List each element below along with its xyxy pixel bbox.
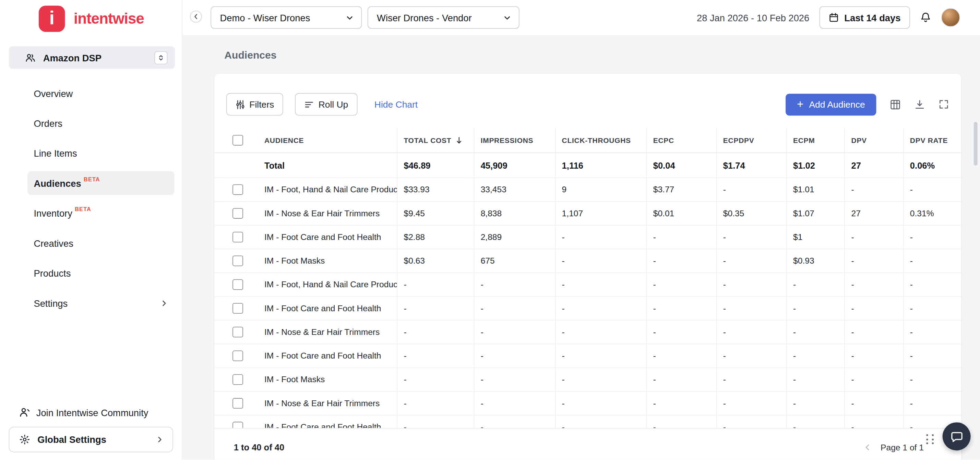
join-community-link[interactable]: Join Intentwise Community [9, 400, 173, 427]
drag-handle-icon[interactable] [926, 434, 936, 446]
sidebar-item-label: Creatives [33, 238, 73, 249]
sidebar-item-orders[interactable]: Orders [27, 111, 174, 135]
sidebar: i intentwise Amazon DSP Overview Orders … [0, 0, 183, 460]
download-button[interactable] [915, 99, 925, 110]
row-checkbox[interactable] [232, 208, 243, 219]
impressions-cell: 675 [474, 249, 555, 272]
scrollbar-thumb[interactable] [974, 122, 978, 165]
sidebar-item-line-items[interactable]: Line Items [27, 141, 174, 165]
hide-chart-link[interactable]: Hide Chart [374, 99, 418, 109]
header-click-throughs[interactable]: CLICK-THROUGHS [555, 128, 647, 152]
add-audience-button[interactable]: + Add Audience [786, 93, 876, 115]
sidebar-item-inventory[interactable]: Inventory BETA [27, 201, 174, 225]
row-checkbox[interactable] [232, 374, 243, 385]
header-label: CLICK-THROUGHS [562, 136, 631, 144]
audience-cell: IM - Foot Care and Foot Health [254, 297, 398, 320]
header-impressions[interactable]: IMPRESSIONS [474, 128, 555, 152]
sidebar-bottom: Join Intentwise Community Global Setting… [0, 400, 182, 460]
sidebar-item-creatives[interactable]: Creatives [27, 231, 174, 255]
section-switcher-button[interactable] [154, 51, 167, 64]
row-checkbox-cell [214, 344, 254, 367]
row-checkbox[interactable] [232, 232, 243, 242]
row-checkbox[interactable] [232, 351, 243, 361]
ecpm-cell: $1 [787, 225, 845, 249]
profile-dropdown[interactable]: Wiser Drones - Vendor [368, 6, 520, 29]
notifications-button[interactable] [920, 12, 931, 23]
sidebar-item-settings[interactable]: Settings [27, 291, 174, 315]
ecpc-cell: - [647, 320, 717, 343]
sidebar-item-label: Overview [33, 88, 73, 98]
ecpdpv-cell: - [717, 416, 787, 428]
global-settings-button[interactable]: Global Settings [9, 427, 173, 452]
header-dpv[interactable]: DPV [845, 128, 904, 152]
table-row: IM - Nose & Ear Hair Trimmers $9.45 8,83… [214, 202, 961, 225]
impressions-cell: 2,889 [474, 225, 555, 249]
fullscreen-button[interactable] [939, 99, 949, 109]
click-throughs-cell: - [555, 249, 647, 272]
sidebar-item-overview[interactable]: Overview [27, 81, 174, 105]
ecpdpv-cell: - [717, 178, 787, 201]
sidebar-section-amazon-dsp[interactable]: Amazon DSP [9, 46, 175, 69]
dpv-cell: - [845, 178, 904, 201]
audience-cell: IM - Nose & Ear Hair Trimmers [254, 202, 398, 225]
ecpm-cell: $1.01 [787, 178, 845, 201]
sidebar-item-audiences[interactable]: Audiences BETA [27, 171, 174, 195]
chevron-down-icon [503, 13, 511, 22]
ecpm-cell: - [787, 320, 845, 343]
sidebar-collapse-button[interactable] [190, 11, 202, 23]
page-title: Audiences [224, 49, 961, 61]
total-label-cell: Total [254, 153, 398, 178]
audience-cell: IM - Foot, Hand & Nail Care Products [254, 178, 398, 201]
sidebar-item-label: Audiences [33, 178, 81, 189]
row-checkbox[interactable] [232, 303, 243, 314]
impressions-cell: - [474, 273, 555, 296]
expand-icon [939, 99, 949, 109]
row-checkbox[interactable] [232, 327, 243, 337]
sidebar-item-products[interactable]: Products [27, 261, 174, 285]
account-dropdown[interactable]: Demo - Wiser Drones [210, 6, 362, 29]
app-root: i intentwise Amazon DSP Overview Orders … [0, 0, 980, 460]
header-ecpc[interactable]: ECPC [647, 128, 717, 152]
brand: i intentwise [0, 0, 182, 39]
audience-cell: IM - Nose & Ear Hair Trimmers [254, 392, 398, 415]
global-settings-label: Global Settings [37, 434, 106, 445]
filters-button[interactable]: Filters [226, 93, 283, 116]
audience-cell: IM - Foot Care and Foot Health [254, 416, 398, 428]
click-throughs-cell: - [555, 297, 647, 320]
profile-dropdown-value: Wiser Drones - Vendor [377, 12, 472, 23]
header-label: DPV [851, 136, 867, 144]
total-cost-cell: - [398, 392, 474, 415]
header-ecpm[interactable]: ECPM [787, 128, 845, 152]
total-checkbox-cell [214, 153, 254, 178]
header-ecpdpv[interactable]: ECPDPV [717, 128, 787, 152]
header-total-cost[interactable]: TOTAL COST [398, 128, 474, 152]
total-ecpm-cell: $1.02 [787, 153, 845, 178]
ecpc-cell: - [647, 392, 717, 415]
user-avatar[interactable] [941, 8, 960, 27]
audience-cell: IM - Foot, Hand & Nail Care Products [254, 273, 398, 296]
plus-icon: + [797, 99, 803, 110]
impressions-cell: - [474, 320, 555, 343]
column-settings-button[interactable] [890, 99, 901, 110]
dpv-rate-cell: 0.31% [904, 202, 961, 225]
page-prev-icon[interactable] [863, 443, 872, 452]
row-checkbox[interactable] [232, 398, 243, 409]
date-range-text: 28 Jan 2026 - 10 Feb 2026 [697, 12, 809, 23]
header-dpv-rate[interactable]: DPV RATE [904, 128, 961, 152]
row-checkbox[interactable] [232, 279, 243, 290]
select-all-checkbox[interactable] [232, 135, 243, 146]
rollup-button[interactable]: Roll Up [295, 93, 357, 116]
row-checkbox[interactable] [232, 422, 243, 428]
click-throughs-cell: - [555, 320, 647, 343]
ecpm-cell: $1.07 [787, 202, 845, 225]
row-checkbox[interactable] [232, 184, 243, 195]
row-checkbox[interactable] [232, 255, 243, 266]
table-grid-icon [890, 99, 901, 110]
total-cost-cell: $9.45 [398, 202, 474, 225]
sidebar-item-label: Line Items [33, 148, 77, 159]
chat-widget-button[interactable] [943, 422, 971, 450]
total-cost-cell: - [398, 297, 474, 320]
header-audience[interactable]: AUDIENCE [254, 128, 398, 152]
date-preset-button[interactable]: Last 14 days [819, 6, 910, 29]
ecpdpv-cell: - [717, 273, 787, 296]
